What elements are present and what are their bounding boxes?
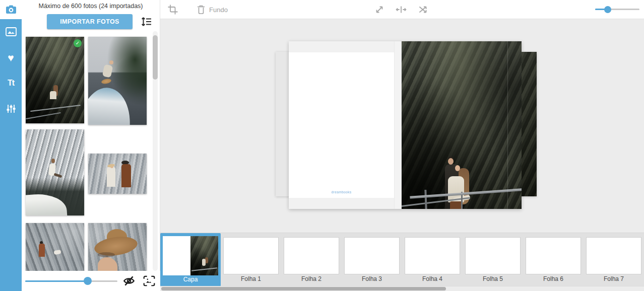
sidebar-tabs: ♥ Tt — [0, 19, 22, 291]
filmstrip-tile-cover[interactable]: Capa — [160, 233, 221, 286]
arrows-left-right-icon — [396, 4, 409, 15]
editor-area: Fundo — [160, 0, 644, 291]
import-photos-button[interactable]: IMPORTAR FOTOS — [47, 14, 133, 29]
photos-panel-actions: IMPORTAR FOTOS — [22, 13, 160, 30]
photos-scrollbar-thumb[interactable] — [153, 35, 158, 80]
tab-text[interactable]: Tt — [5, 77, 18, 90]
filmstrip-tile-sheet-4[interactable]: Folha 4 — [402, 233, 463, 286]
book-canvas[interactable]: dreambooks — [160, 19, 644, 233]
crop-button[interactable] — [167, 3, 180, 16]
thumbnail-size-slider[interactable] — [25, 277, 117, 285]
photo-frame-view-button[interactable] — [143, 274, 156, 287]
tile-label-cover: Capa — [160, 276, 221, 283]
framed-image-icon — [143, 275, 156, 287]
image-icon — [6, 27, 17, 36]
photo-thumbnail-6[interactable] — [88, 223, 147, 271]
tool-iconbar: ♥ Tt — [0, 0, 22, 291]
delete-background-button[interactable]: Fundo — [197, 3, 228, 16]
expand-diagonal-icon — [374, 4, 387, 15]
photo-count-text: Máximo de 600 fotos (24 importadas) — [22, 3, 160, 10]
tab-adjustments[interactable] — [5, 102, 18, 115]
cover-photo-bleed — [522, 52, 537, 196]
split-horizontal-button[interactable] — [396, 3, 409, 16]
photo-thumbnail-4[interactable] — [88, 154, 147, 194]
layout-tools — [374, 3, 430, 16]
photo-thumbnail-3[interactable] — [26, 129, 84, 215]
filmstrip-scrollbar-track[interactable] — [160, 286, 644, 291]
filmstrip-tile-sheet-6[interactable]: Folha 6 — [523, 233, 584, 286]
photos-panel: Máximo de 600 fotos (24 importadas) IMPO… — [22, 0, 160, 291]
filmstrip-tile-sheet-3[interactable]: Folha 3 — [342, 233, 402, 286]
thumbnail-size-slider-thumb[interactable] — [84, 277, 92, 285]
crop-icon — [167, 4, 180, 15]
photos-scrollbar-track[interactable] — [153, 31, 158, 271]
filmstrip-tile-sheet-2[interactable]: Folha 2 — [281, 233, 342, 286]
photobook-editor: ♥ Tt Máximo de 600 fotos (24 importadas)… — [0, 0, 644, 291]
heart-icon: ♥ — [8, 52, 14, 63]
filmstrip-tile-sheet-1[interactable]: Folha 1 — [221, 233, 281, 286]
canvas-zoom-slider[interactable] — [595, 6, 639, 14]
tune-icon — [6, 104, 16, 114]
book-spine — [394, 41, 402, 209]
eye-off-icon — [122, 275, 136, 287]
background-label: Fundo — [209, 6, 228, 14]
photos-panel-footer — [22, 271, 160, 291]
camera-icon — [6, 5, 17, 15]
text-tool-icon: Tt — [8, 79, 14, 88]
pages-filmstrip: Capa Folha 1 Folha 2 Folha 3 Folha 4 Fol… — [160, 233, 644, 286]
tab-photos[interactable] — [5, 25, 18, 38]
photo-thumbnail-5[interactable] — [26, 223, 84, 271]
photo-grid: ✓ — [22, 31, 160, 271]
tab-favorites[interactable]: ♥ — [5, 51, 18, 64]
cover-photo[interactable] — [402, 41, 522, 209]
editor-toolbar: Fundo — [160, 0, 644, 19]
used-check-badge: ✓ — [74, 39, 82, 47]
hide-used-photos-button[interactable] — [122, 274, 136, 287]
shuffle-button[interactable] — [417, 3, 430, 16]
shuffle-icon — [417, 4, 430, 15]
swap-diagonal-button[interactable] — [374, 3, 387, 16]
tab-camera[interactable] — [0, 0, 22, 19]
brand-logo: dreambooks — [289, 190, 394, 194]
sort-photos-button[interactable] — [141, 16, 153, 28]
photo-thumbnail-2[interactable] — [88, 37, 147, 125]
photo-thumbnail-1[interactable]: ✓ — [26, 37, 84, 123]
filmstrip-tile-sheet-5[interactable]: Folha 5 — [463, 233, 523, 286]
sort-icon — [141, 17, 153, 27]
filmstrip-scrollbar-thumb[interactable] — [161, 287, 446, 290]
filmstrip-tile-sheet-7[interactable]: Folha 7 — [584, 233, 644, 286]
trash-icon — [197, 5, 206, 15]
canvas-zoom-slider-thumb[interactable] — [604, 6, 611, 13]
